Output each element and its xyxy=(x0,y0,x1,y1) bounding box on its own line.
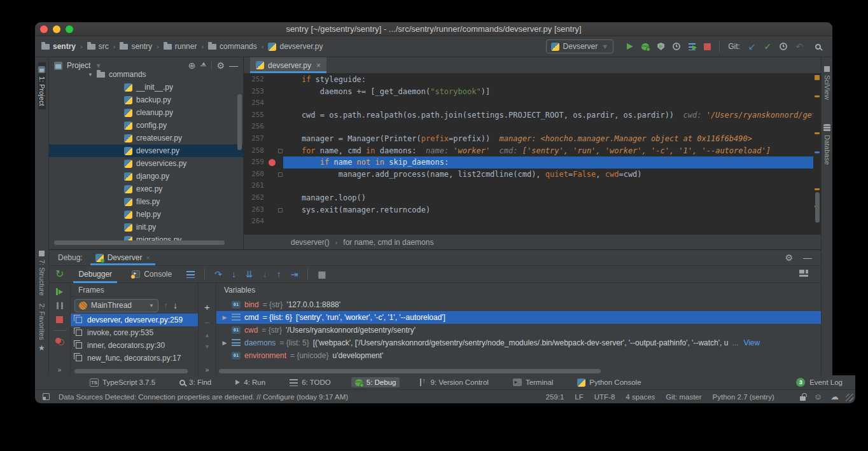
tool-tab-project[interactable]: 1: Project xyxy=(38,62,46,109)
frame-up-icon[interactable]: ↑ xyxy=(164,301,168,310)
code-line[interactable]: 256 xyxy=(244,121,813,133)
history-icon[interactable] xyxy=(780,43,787,50)
breadcrumb-item[interactable]: src xyxy=(87,42,109,51)
tool-tab-structure[interactable]: 7: Structure xyxy=(38,247,46,300)
pause-icon[interactable] xyxy=(57,302,63,309)
tree-row-file[interactable]: devserver.py xyxy=(49,144,243,157)
tool-window-button-todo[interactable]: 6: TODO xyxy=(286,377,335,387)
add-watch-icon[interactable]: + xyxy=(204,302,210,312)
tool-window-button-vcs[interactable]: 9: Version Control xyxy=(416,377,492,387)
editor-error-stripe[interactable] xyxy=(813,74,821,234)
frame-down-icon[interactable]: ↓ xyxy=(173,301,178,310)
gutter[interactable]: 252 xyxy=(244,74,283,86)
tree-row-folder[interactable]: ▼commands xyxy=(49,68,243,81)
status-message[interactable]: Data Sources Detected: Connection proper… xyxy=(59,393,348,401)
stop-icon[interactable] xyxy=(56,316,63,323)
breadcrumb-item[interactable]: sentry xyxy=(120,42,152,51)
tool-window-button-python[interactable]: Python Console xyxy=(573,377,645,388)
code-line[interactable]: 254 xyxy=(244,97,813,109)
fold-marker[interactable] xyxy=(278,149,283,153)
change-marker[interactable] xyxy=(815,75,820,80)
tool-window-button-terminal[interactable]: ▸_Terminal xyxy=(509,377,557,387)
gear-icon[interactable]: ⚙ xyxy=(785,253,793,262)
project-vertical-scrollbar[interactable] xyxy=(237,94,242,150)
code-line[interactable]: 259 if name not in skip_daemons: xyxy=(244,156,813,169)
lock-icon[interactable] xyxy=(800,396,806,401)
code-line[interactable]: 253 daemons += [_get_daemon("storybook")… xyxy=(244,86,813,98)
expand-arrow-icon[interactable]: ▶ xyxy=(221,314,228,321)
git-update-icon[interactable]: ↙ xyxy=(748,42,756,51)
search-everywhere-icon[interactable] xyxy=(815,44,821,50)
code-line[interactable]: 255 cwd = os.path.realpath(os.path.join(… xyxy=(244,109,813,121)
code-line[interactable]: 258 for name, cmd in daemons: name: 'wor… xyxy=(244,145,813,157)
fold-marker[interactable] xyxy=(278,208,283,212)
tree-row-file[interactable]: config.py xyxy=(49,119,243,132)
gutter[interactable]: 256 xyxy=(244,121,283,133)
change-marker[interactable] xyxy=(815,188,820,190)
stop-button[interactable] xyxy=(704,43,711,50)
rollback-icon[interactable]: ↶ xyxy=(795,42,803,51)
title-bar[interactable]: sentry [~/getsentry/sentry] - .../src/se… xyxy=(35,22,832,36)
code-line[interactable]: 252 if styleguide: xyxy=(244,74,813,86)
breadcrumb-item[interactable]: commands xyxy=(208,42,257,51)
code-line[interactable]: 260 manager.add_process(name, list2cmdli… xyxy=(244,169,813,181)
tool-tab-sciview[interactable]: SciView xyxy=(823,62,831,104)
variable-row[interactable]: ▶cmd = {list: 6} ['sentry', 'run', 'work… xyxy=(216,311,821,324)
code-line[interactable]: 262 manager.loop() xyxy=(244,192,813,204)
view-breakpoints-icon[interactable] xyxy=(55,338,64,345)
close-icon[interactable]: × xyxy=(316,61,321,70)
gutter[interactable]: 263 xyxy=(244,204,283,216)
gutter[interactable]: 259 xyxy=(244,156,283,169)
more-icon[interactable]: » xyxy=(57,366,61,373)
breadcrumb-statement[interactable]: for name, cmd in daemons xyxy=(343,238,433,247)
breadcrumb-item[interactable]: runner xyxy=(164,42,197,51)
tree-row-file[interactable]: files.py xyxy=(49,195,243,208)
tree-row-file[interactable]: exec.py xyxy=(49,183,243,195)
tree-row-file[interactable]: __init__.py xyxy=(49,81,243,94)
run-configuration-select[interactable]: Devserver ▼ xyxy=(546,39,614,53)
code-line[interactable]: 257 manager = Manager(Printer(prefix=pre… xyxy=(244,133,813,145)
code-line[interactable]: 264 xyxy=(244,216,813,228)
status-indent-style[interactable]: 4 spaces xyxy=(626,393,655,401)
run-button[interactable] xyxy=(627,43,633,50)
variables-horizontal-scrollbar[interactable] xyxy=(219,369,601,373)
variable-row[interactable]: ▶daemons = {list: 5} [('webpack', ['/Use… xyxy=(216,337,821,349)
tool-window-button-search[interactable]: 3: Find xyxy=(176,377,215,387)
frame-row[interactable]: inner, decorators.py:30 xyxy=(71,339,198,352)
toggle-tool-windows-icon[interactable] xyxy=(43,393,50,400)
force-step-into-icon[interactable]: ⇊ xyxy=(246,270,253,279)
tool-window-button-ts[interactable]: TSTypeScript 3.7.5 xyxy=(86,377,159,388)
project-horizontal-scrollbar[interactable] xyxy=(54,240,225,245)
frame-row[interactable]: devserver, devserver.py:259 xyxy=(71,314,198,326)
resize-grip[interactable] xyxy=(846,394,853,401)
editor-vertical-scrollbar[interactable] xyxy=(815,192,820,223)
frame-row[interactable]: invoke, core.py:535 xyxy=(71,326,198,339)
restore-layout-icon[interactable] xyxy=(799,270,808,277)
status-interpreter[interactable]: Python 2.7 (sentry) xyxy=(713,393,774,401)
tab-debugger[interactable]: Debugger xyxy=(73,265,117,283)
gutter[interactable]: 264 xyxy=(244,216,283,228)
gutter[interactable]: 257 xyxy=(244,133,283,145)
step-into-icon[interactable]: ↓ xyxy=(232,270,236,279)
status-git-branch[interactable]: Git: master xyxy=(666,393,701,401)
tree-row-file[interactable]: devservices.py xyxy=(49,157,243,170)
view-value-link[interactable]: View xyxy=(743,338,760,347)
tree-row-file[interactable]: init.py xyxy=(49,221,243,233)
move-down-icon[interactable]: ▼ xyxy=(204,344,210,350)
variable-row[interactable]: 01cwd = {str} '/Users/ryanskonnord/getse… xyxy=(216,324,821,337)
status-line-ending[interactable]: LF xyxy=(575,393,583,401)
remove-watch-icon[interactable]: − xyxy=(204,317,210,327)
move-up-icon[interactable]: ▲ xyxy=(204,333,210,338)
close-icon[interactable]: × xyxy=(146,254,150,261)
run-to-cursor-icon[interactable]: ⇥ xyxy=(291,270,298,279)
collapse-all-icon[interactable] xyxy=(200,62,207,69)
tree-row-file[interactable]: help.py xyxy=(49,208,243,221)
change-marker[interactable] xyxy=(815,95,820,97)
change-marker[interactable] xyxy=(815,132,820,134)
view-options-icon[interactable] xyxy=(186,271,195,278)
code-line[interactable]: 261 xyxy=(244,180,813,192)
tree-row-file[interactable]: createuser.py xyxy=(49,132,243,144)
breadcrumb-item[interactable]: devserver.py xyxy=(268,42,323,51)
breadcrumb-item[interactable]: sentry xyxy=(41,42,76,51)
tool-window-button-run[interactable]: 4: Run xyxy=(232,377,269,387)
